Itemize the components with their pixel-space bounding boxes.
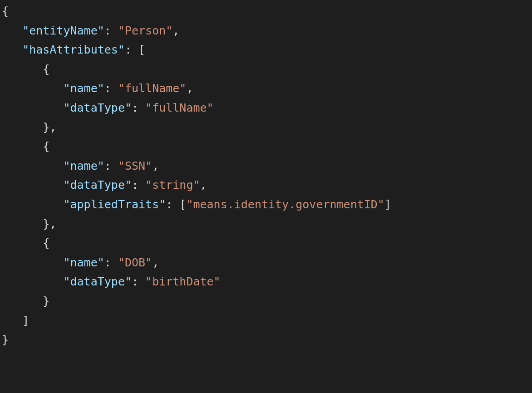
value-name: "DOB": [118, 256, 152, 269]
key-hasAttributes: "hasAttributes": [22, 43, 125, 56]
value-name: "SSN": [118, 159, 152, 172]
key-dataType: "dataType": [63, 275, 132, 288]
value-entityName: "Person": [118, 24, 172, 37]
brace-close: }: [2, 333, 9, 346]
bracket-close: ]: [22, 314, 29, 327]
key-name: "name": [63, 256, 104, 269]
key-entityName: "entityName": [22, 24, 104, 37]
value-dataType: "fullName": [145, 101, 214, 114]
key-appliedTraits: "appliedTraits": [63, 198, 166, 211]
key-name: "name": [63, 159, 104, 172]
brace-open: {: [43, 63, 49, 76]
brace-close: },: [43, 121, 56, 134]
value-appliedTraits-0: "means.identity.governmentID": [186, 198, 384, 211]
value-dataType: "birthDate": [145, 275, 221, 288]
brace-open: {: [43, 236, 49, 250]
key-name: "name": [63, 82, 104, 95]
key-dataType: "dataType": [63, 178, 132, 192]
brace-close: },: [43, 217, 56, 231]
value-name: "fullName": [118, 82, 187, 95]
value-dataType: "string": [145, 178, 200, 192]
key-dataType: "dataType": [63, 101, 132, 114]
brace-open: {: [2, 5, 9, 18]
brace-open: {: [43, 140, 49, 153]
json-code-block: { "entityName": "Person", "hasAttributes…: [0, 0, 532, 352]
brace-close: }: [43, 295, 49, 308]
